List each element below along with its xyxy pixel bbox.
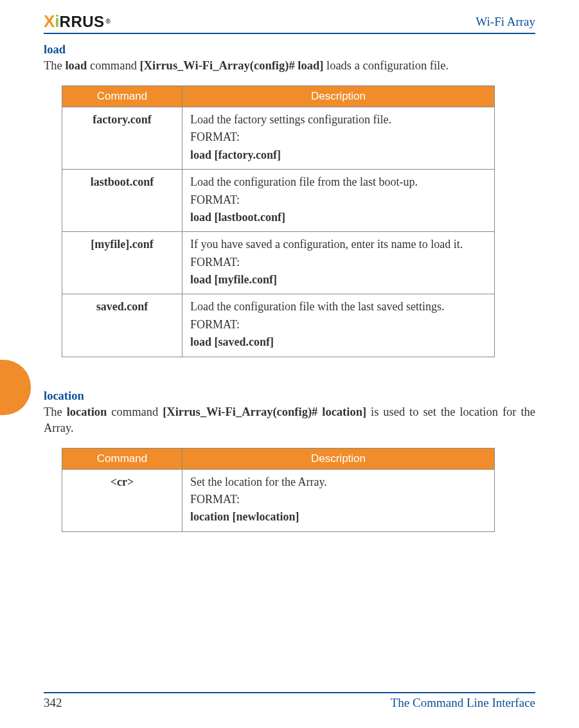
text-bold: [Xirrus_Wi-Fi_Array(config)# load] (140, 59, 324, 72)
col-header-command: Command (62, 448, 183, 469)
command-table-load: Command Description factory.conf Load th… (62, 85, 495, 357)
cell-description: Set the location for the Array. FORMAT: … (183, 469, 495, 531)
section-title-load: load (44, 43, 535, 57)
command-table-location: Command Description <cr> Set the locatio… (62, 448, 495, 532)
header-product-name: Wi-Fi Array (476, 15, 535, 29)
text: command (87, 59, 139, 72)
text-bold: load (65, 59, 87, 72)
table-row: [myfile].conf If you have saved a config… (62, 232, 495, 294)
cell-description: If you have saved a configuration, enter… (183, 232, 495, 294)
desc-format: FORMAT: (190, 130, 486, 145)
desc-format: FORMAT: (190, 193, 486, 208)
desc-format: FORMAT: (190, 317, 486, 332)
text: loads a configuration file. (323, 59, 449, 72)
logo-rest: RRUS (60, 13, 105, 31)
table-row: <cr> Set the location for the Array. FOR… (62, 469, 495, 531)
table-header-row: Command Description (62, 448, 495, 469)
text: command (107, 405, 163, 418)
cell-description: Load the factory settings configuration … (183, 107, 495, 169)
desc-text: Load the configuration file from the las… (190, 175, 486, 190)
page: X i RRUS ® Wi-Fi Array load The load com… (0, 0, 579, 728)
table-header-row: Command Description (62, 85, 495, 107)
logo-letter-x: X (44, 12, 54, 31)
logo-registered-icon: ® (106, 18, 110, 25)
text: The (44, 405, 67, 418)
cell-command: factory.conf (62, 107, 183, 169)
col-header-description: Description (183, 85, 495, 107)
logo-letter-i: i (55, 12, 58, 31)
section-intro-load: The load command [Xirrus_Wi-Fi_Array(con… (44, 58, 535, 74)
chapter-title: The Command Line Interface (391, 696, 535, 710)
cell-description: Load the configuration file from the las… (183, 170, 495, 232)
page-number: 342 (44, 696, 62, 710)
text-bold: [Xirrus_Wi-Fi_Array(config)# location] (163, 405, 366, 418)
table-row: saved.conf Load the configuration file w… (62, 294, 495, 357)
desc-syntax: load [factory.conf] (190, 148, 486, 163)
page-header: X i RRUS ® Wi-Fi Array (44, 12, 535, 34)
cell-description: Load the configuration file with the las… (183, 294, 495, 357)
table-row: factory.conf Load the factory settings c… (62, 107, 495, 169)
page-footer: 342 The Command Line Interface (44, 692, 535, 710)
brand-logo: X i RRUS ® (44, 12, 110, 31)
desc-format: FORMAT: (190, 492, 486, 507)
desc-format: FORMAT: (190, 255, 486, 270)
desc-syntax: load [saved.conf] (190, 335, 486, 350)
desc-text: Load the configuration file with the las… (190, 299, 486, 314)
desc-syntax: load [myfile.conf] (190, 272, 486, 287)
desc-text: Set the location for the Array. (190, 475, 486, 490)
section-intro-location: The location command [Xirrus_Wi-Fi_Array… (44, 404, 535, 436)
text: The (44, 59, 65, 72)
cell-command: lastboot.conf (62, 170, 183, 232)
col-header-description: Description (183, 448, 495, 469)
text-bold: location (67, 405, 107, 418)
desc-text: If you have saved a configuration, enter… (190, 237, 486, 252)
desc-syntax: load [lastboot.conf] (190, 210, 486, 225)
col-header-command: Command (62, 85, 183, 107)
desc-text: Load the factory settings configuration … (190, 112, 486, 127)
cell-command: [myfile].conf (62, 232, 183, 294)
table-row: lastboot.conf Load the configuration fil… (62, 170, 495, 232)
cell-command: saved.conf (62, 294, 183, 357)
section-title-location: location (44, 389, 535, 403)
cell-command: <cr> (62, 469, 183, 531)
desc-syntax: location [newlocation] (190, 510, 486, 524)
